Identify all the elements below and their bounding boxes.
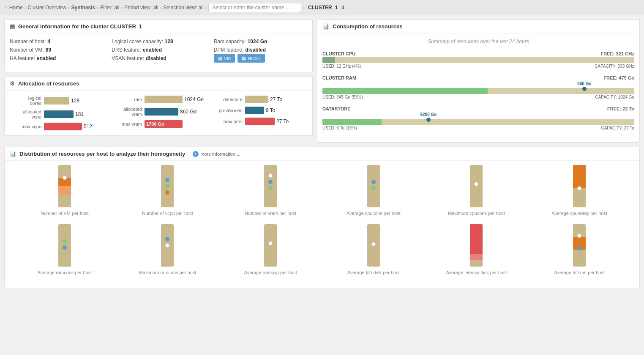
dist-row1: Number of VM per host Number of vcpu per… xyxy=(13,165,631,216)
ram-bar xyxy=(145,96,183,103)
avg-ramcons-label: Average ramcons per host xyxy=(37,270,92,275)
alloc-max-vram: max vram 1700 Go xyxy=(110,120,207,128)
consumption-body: Summary of resources over the last 24 ho… xyxy=(317,33,639,142)
chart-max-ramcons: Maximum ramcons per host xyxy=(134,224,201,275)
logical-cores-row: Logical cores capacity: 128 xyxy=(112,39,205,44)
sep3: › xyxy=(97,5,98,10)
chart-vcpu-per-host: Number of vcpu per host xyxy=(134,165,201,216)
alloc-ram-col: ram 1024 Go allocatedvram 860 xyxy=(110,96,207,130)
info-icon: i xyxy=(193,151,199,157)
ram-stats: USED: 545 Go (53%) CAPACITY: 1024 Go xyxy=(322,95,634,99)
chart-icon: 📊 xyxy=(322,23,329,30)
chart-avg-ramswp: Average ramswp per host xyxy=(237,224,304,275)
info-col1: Number of host: 4 Number of VM: 89 HA fe… xyxy=(10,39,103,63)
cpu-label: CLUSTER CPU FREE: 321 GHz xyxy=(322,51,634,56)
home-link[interactable]: ⌂ Home xyxy=(4,4,23,11)
ds-bar-used xyxy=(322,119,382,125)
avg-cpucons-label: Average cpucons per host xyxy=(347,211,401,216)
ram-bar-used xyxy=(322,88,488,94)
alloc-vram: allocatedvram 860 Go xyxy=(110,107,207,117)
chart-vram-per-host: Number of vram per host xyxy=(237,165,304,216)
alloc-ds-col: datastore 27 To provisioned 9 xyxy=(211,96,307,130)
host-button[interactable]: ▦ HOST xyxy=(237,54,265,63)
ds-bar-bg: 9208 Go xyxy=(322,119,634,125)
cluster-search-input[interactable] xyxy=(208,3,301,12)
info-col3: Ram capacity: 1024 Go DPM feature: disab… xyxy=(214,39,307,63)
ram-section: CLUSTER RAM FREE: 479 Go 860 Go USED: 54… xyxy=(322,75,634,99)
top-row: ▤ General Information for the cluster CL… xyxy=(4,19,640,143)
vram-per-host-label: Number of vram per host xyxy=(245,211,296,216)
chart-avg-latency: Average latency disk per host xyxy=(442,224,510,275)
cpu-section: CLUSTER CPU FREE: 321 GHz USED: 12 GHz (… xyxy=(322,51,634,69)
sep4: › xyxy=(121,5,123,10)
general-info-header: ▤ General Information for the cluster CL… xyxy=(5,20,312,33)
alloc-max-vcpu: max vcpu 512 xyxy=(10,123,106,130)
consumption-header: 📊 Consumption of resources xyxy=(317,20,639,33)
filter-link[interactable]: Filter: all xyxy=(100,5,119,11)
dist-chart-icon: 📊 xyxy=(10,151,16,157)
max-ramcons-label: Maximum ramcons per host xyxy=(139,270,196,275)
distribution-panel: 📊 Distribution of resources per host to … xyxy=(4,147,640,288)
alloc-ram: ram 1024 Go xyxy=(110,96,207,103)
dist-body: Number of VM per host Number of vcpu per… xyxy=(5,161,639,288)
max-vram-bar: 1700 Go xyxy=(145,120,183,128)
dpm-row: DPM feature: disabled xyxy=(214,47,307,53)
alloc-provisioned: provisioned 9 To xyxy=(211,107,307,114)
vram-bar xyxy=(145,108,178,116)
ram-marker xyxy=(582,87,587,91)
ram-label: CLUSTER RAM FREE: 479 Go xyxy=(322,75,634,80)
general-info-body: Number of host: 4 Number of VM: 89 HA fe… xyxy=(5,33,312,72)
info-col2: Logical cores capacity: 128 DRS feature:… xyxy=(112,39,205,63)
chart-avg-cpuready: Average cpuready per host xyxy=(546,165,613,216)
chart-avg-ramcons: Average ramcons per host xyxy=(31,224,98,275)
vm-per-host-label: Number of VM per host xyxy=(41,211,89,216)
alloc-max-prov: max prov 27 To xyxy=(211,118,307,125)
vsan-row: VSAN feature: disabled xyxy=(112,55,205,61)
sep1: › xyxy=(25,5,26,10)
consumption-panel: 📊 Consumption of resources Summary of re… xyxy=(317,19,640,143)
ds-bar xyxy=(245,96,268,103)
chart-max-cpucons: Maximum cpucons per host xyxy=(442,165,510,216)
grid-icon-vm: ▦ xyxy=(218,55,222,61)
allocation-title: Allocation of resources xyxy=(18,80,79,87)
consumption-title: Consumption of resources xyxy=(333,23,402,30)
ram-bar-bg: 860 Go xyxy=(322,88,634,94)
avg-io-disk-label: Average I/O disk per host xyxy=(347,270,400,275)
grid-icon-host: ▦ xyxy=(242,55,246,61)
dist-row2: Average ramcons per host Maximum ramcons… xyxy=(13,224,631,275)
ds-section: DATASTORE FREE: 22 To 9208 Go USED: 5 To… xyxy=(322,106,634,130)
sep6: › xyxy=(205,5,207,10)
period-link[interactable]: Period view: all xyxy=(124,5,158,11)
sep5: › xyxy=(160,5,162,10)
ds-marker xyxy=(426,118,431,122)
vm-button[interactable]: ▦ VM xyxy=(214,54,235,63)
allocation-body: logicalcores 128 allocatedvcpu xyxy=(5,91,312,135)
alloc-grid: logicalcores 128 allocatedvcpu xyxy=(10,96,307,130)
chart-avg-cpucons: Average cpucons per host xyxy=(340,165,407,216)
breadcrumb: ⌂ Home › Cluster Overview › Synthesis › … xyxy=(0,0,644,15)
vcpu-bar xyxy=(44,110,74,118)
cluster-overview-link[interactable]: Cluster Overview xyxy=(28,5,66,11)
chart-avg-io-disk: Average I/O disk per host xyxy=(340,224,407,275)
alloc-vcpu: allocatedvcpu 181 xyxy=(10,109,106,119)
selection-link[interactable]: Selection view: all xyxy=(163,5,203,11)
ds-marker-label: 9208 Go xyxy=(420,112,437,117)
vcpu-per-host-label: Number of vcpu per host xyxy=(142,211,193,216)
cpu-bar-used xyxy=(322,57,335,63)
allocation-header: ⚙ Allocation of resources xyxy=(5,77,312,91)
general-info-panel: ▤ General Information for the cluster CL… xyxy=(4,19,313,72)
dist-title: Distribution of resources per host to an… xyxy=(19,151,185,157)
ram-marker-label: 860 Go xyxy=(577,81,591,86)
download-icon[interactable]: ⬇ xyxy=(341,5,345,11)
synthesis-link[interactable]: Synthesis xyxy=(71,5,96,11)
drs-row: DRS feature: enabled xyxy=(112,47,205,53)
num-host-row: Number of host: 4 xyxy=(10,39,103,44)
ds-stats: USED: 5 To (19%) CAPACITY: 27 To xyxy=(322,126,634,130)
allocation-panel: ⚙ Allocation of resources logicalcores 1… xyxy=(4,77,313,136)
cpu-bar-bg xyxy=(322,57,634,63)
home-icon: ⌂ xyxy=(4,4,8,11)
more-info-link[interactable]: i more information ... xyxy=(193,151,240,157)
vm-host-buttons: ▦ VM ▦ HOST xyxy=(214,54,307,63)
cpu-stats: USED: 12 GHz (4%) CAPACITY: 333 GHz xyxy=(322,64,634,69)
max-prov-bar xyxy=(245,118,275,125)
